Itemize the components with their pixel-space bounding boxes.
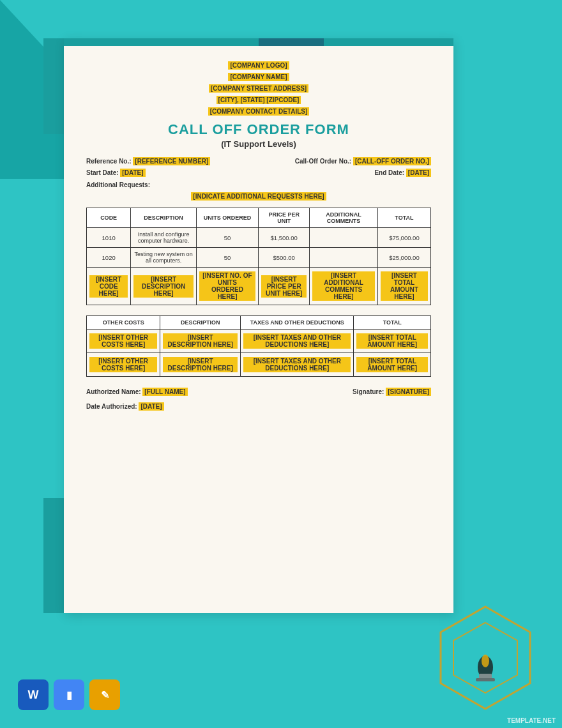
row3-units-value: [INSERT NO. OF UNITS ORDERED HERE] <box>199 271 255 301</box>
cost1-desc-value: [INSERT DESCRIPTION HERE] <box>163 333 238 349</box>
sig-block: Signature: [SIGNATURE] <box>353 387 431 397</box>
calloff-no-right: Call-Off Order No.: [CALL-OFF ORDER NO.] <box>295 156 431 166</box>
top-bar <box>64 38 453 46</box>
table-row: 1020 Testing new system on all computers… <box>87 248 431 268</box>
company-name-label: [COMPANY NAME] <box>228 73 289 81</box>
signature-row: Authorized Name: [FULL NAME] Signature: … <box>86 387 431 397</box>
row3-desc-value: [INSERT DESCRIPTION HERE] <box>133 275 194 298</box>
ref-no-left: Reference No.: [REFERENCE NUMBER] <box>86 156 210 166</box>
cost2-other-value: [INSERT OTHER COSTS HERE] <box>89 357 157 372</box>
col-other-costs: OTHER COSTS <box>87 316 160 330</box>
additional-label: Additional Requests: <box>86 181 431 188</box>
row2-total: $25,000.00 <box>377 248 430 268</box>
cost1-taxes-value: [INSERT TAXES AND OTHER DEDUCTIONS HERE] <box>243 333 351 349</box>
table-row: 1010 Install and configure computer hard… <box>87 228 431 248</box>
company-address-label: [COMPANY STREET ADDRESS] <box>209 84 308 93</box>
cost-table: OTHER COSTS DESCRIPTION TAXES AND OTHER … <box>86 315 431 377</box>
cost2-taxes-value: [INSERT TAXES AND OTHER DEDUCTIONS HERE] <box>243 357 351 372</box>
auth-name-value: [FULL NAME] <box>142 388 187 396</box>
end-value: [DATE] <box>406 169 431 177</box>
cost1-other-value: [INSERT OTHER COSTS HERE] <box>89 333 157 349</box>
col-cost-total: TOTAL <box>354 316 431 330</box>
row3-code-value: [INSERT CODE HERE] <box>89 275 128 298</box>
svg-rect-5 <box>476 678 495 681</box>
form-title: CALL OFF ORDER FORM <box>86 121 431 138</box>
row1-comments <box>310 228 377 248</box>
svg-rect-4 <box>479 674 492 679</box>
calloff-value: [CALL-OFF ORDER NO.] <box>353 157 431 165</box>
cost1-total-value: [INSERT TOTAL AMOUNT HERE] <box>356 333 428 349</box>
row1-units: 50 <box>196 228 258 248</box>
bar-dark <box>259 38 324 46</box>
table-row: [INSERT CODE HERE] [INSERT DESCRIPTION H… <box>87 268 431 305</box>
additional-value-text: [INDICATE ADDITIONAL REQUESTS HERE] <box>191 192 326 201</box>
end-date-right: End Date: [DATE] <box>374 168 431 178</box>
main-table-header-row: CODE DESCRIPTION UNITS ORDERED PRICE PER… <box>87 208 431 228</box>
ref-no-value: [REFERENCE NUMBER] <box>133 157 210 165</box>
cost1-taxes: [INSERT TAXES AND OTHER DEDUCTIONS HERE] <box>241 330 354 353</box>
row2-price: $500.00 <box>258 248 309 268</box>
reference-row-2: Start Date: [DATE] End Date: [DATE] <box>86 168 431 178</box>
row2-comments <box>310 248 377 268</box>
date-auth-row: Date Authorized: [DATE] <box>86 402 431 411</box>
document-paper: [COMPANY LOGO] [COMPANY NAME] [COMPANY S… <box>64 38 453 613</box>
pages-icon[interactable]: ✎ <box>89 679 120 710</box>
cost2-total-value: [INSERT TOTAL AMOUNT HERE] <box>356 357 428 372</box>
cost2-other: [INSERT OTHER COSTS HERE] <box>87 353 160 377</box>
row3-total-value: [INSERT TOTAL AMOUNT HERE] <box>381 271 428 301</box>
col-cost-description: DESCRIPTION <box>160 316 241 330</box>
row2-code: 1020 <box>87 248 131 268</box>
row1-code: 1010 <box>87 228 131 248</box>
word-icon[interactable]: W <box>18 679 49 710</box>
start-date-left: Start Date: [DATE] <box>86 168 146 178</box>
bar-teal-1 <box>64 38 259 46</box>
calloff-label: Call-Off Order No.: <box>295 158 351 165</box>
company-logo-label: [COMPANY LOGO] <box>228 61 289 70</box>
sig-value: [SIGNATURE] <box>386 388 431 396</box>
company-contact-label: [COMPANY CONTACT DETAILS] <box>208 107 310 116</box>
date-auth-label: Date Authorized: <box>86 403 137 410</box>
row1-total: $75,000.00 <box>377 228 430 248</box>
bottom-app-icons: W ▮ ✎ <box>18 679 120 710</box>
left-accent-top <box>43 38 64 134</box>
cost1-desc: [INSERT DESCRIPTION HERE] <box>160 330 241 353</box>
cost2-desc-value: [INSERT DESCRIPTION HERE] <box>163 357 238 372</box>
col-total: TOTAL <box>377 208 430 228</box>
row3-desc: [INSERT DESCRIPTION HERE] <box>131 268 197 305</box>
start-value: [DATE] <box>120 169 145 177</box>
col-taxes: TAXES AND OTHER DEDUCTIONS <box>241 316 354 330</box>
auth-name-block: Authorized Name: [FULL NAME] <box>86 387 188 397</box>
col-price: PRICE PER UNIT <box>258 208 309 228</box>
additional-value: [INDICATE ADDITIONAL REQUESTS HERE] <box>86 190 431 201</box>
col-code: CODE <box>87 208 131 228</box>
ref-no-label: Reference No.: <box>86 158 132 165</box>
end-label: End Date: <box>374 169 404 176</box>
row3-comments: [INSERT ADDITIONAL COMMENTS HERE] <box>310 268 377 305</box>
col-comments: ADDITIONAL COMMENTS <box>310 208 377 228</box>
date-auth-value: [DATE] <box>139 402 163 411</box>
cost2-total: [INSERT TOTAL AMOUNT HERE] <box>354 353 431 377</box>
col-description: DESCRIPTION <box>131 208 197 228</box>
row3-comments-value: [INSERT ADDITIONAL COMMENTS HERE] <box>312 271 374 301</box>
main-table: CODE DESCRIPTION UNITS ORDERED PRICE PER… <box>86 208 431 305</box>
table-row: [INSERT OTHER COSTS HERE] [INSERT DESCRI… <box>87 353 431 377</box>
start-label: Start Date: <box>86 169 119 176</box>
row2-desc: Testing new system on all computers. <box>131 248 197 268</box>
auth-name-label: Authorized Name: <box>86 388 141 395</box>
row3-units: [INSERT NO. OF UNITS ORDERED HERE] <box>196 268 258 305</box>
row1-price: $1,500.00 <box>258 228 309 248</box>
row2-units: 50 <box>196 248 258 268</box>
cost2-desc: [INSERT DESCRIPTION HERE] <box>160 353 241 377</box>
svg-point-3 <box>482 655 489 667</box>
row3-total: [INSERT TOTAL AMOUNT HERE] <box>377 268 430 305</box>
company-header: [COMPANY LOGO] [COMPANY NAME] [COMPANY S… <box>86 59 431 116</box>
cost1-other: [INSERT OTHER COSTS HERE] <box>87 330 160 353</box>
template-label: TEMPLATE.NET <box>507 717 556 724</box>
cost2-taxes: [INSERT TAXES AND OTHER DEDUCTIONS HERE] <box>241 353 354 377</box>
table-row: [INSERT OTHER COSTS HERE] [INSERT DESCRI… <box>87 330 431 353</box>
company-city-label: [CITY], [STATE] [ZIPCODE] <box>216 96 301 104</box>
cost-table-header-row: OTHER COSTS DESCRIPTION TAXES AND OTHER … <box>87 316 431 330</box>
row1-desc: Install and configure computer hardware. <box>131 228 197 248</box>
left-accent-bottom <box>43 498 64 613</box>
docs-icon[interactable]: ▮ <box>54 679 84 710</box>
